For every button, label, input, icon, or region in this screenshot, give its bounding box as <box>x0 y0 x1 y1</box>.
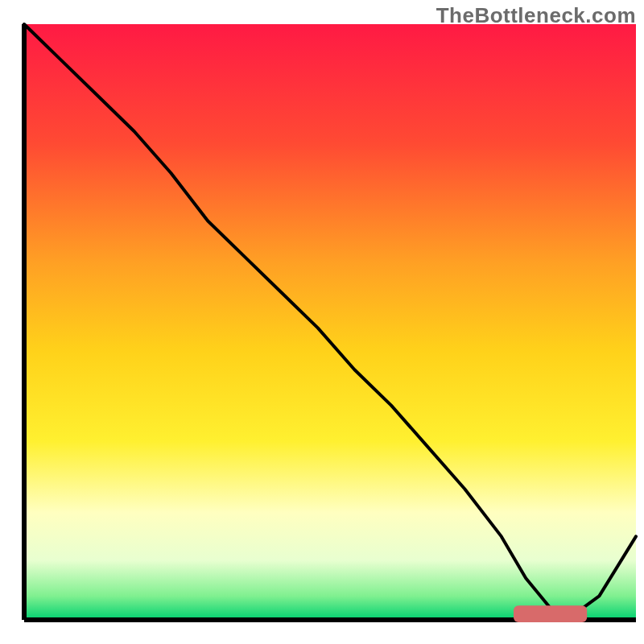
bottleneck-chart <box>0 0 644 644</box>
chart-frame: TheBottleneck.com <box>0 0 644 644</box>
optimal-range-marker <box>514 605 587 622</box>
